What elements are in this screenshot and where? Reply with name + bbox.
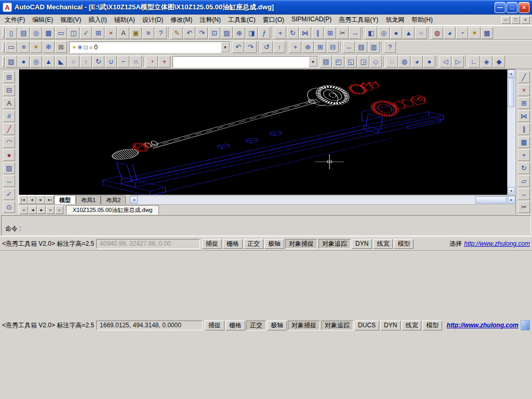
drawing-canvas[interactable] bbox=[19, 70, 507, 195]
tb3-ucs[interactable]: ∟ bbox=[468, 56, 480, 68]
layout-nav-button-next[interactable]: ► bbox=[36, 195, 45, 204]
layout-nav-button-last[interactable]: ►| bbox=[45, 195, 54, 204]
horizontal-scroll-thumb[interactable] bbox=[475, 196, 507, 204]
scroll-left-button[interactable]: ◄ bbox=[130, 196, 138, 204]
right-tb-rotate[interactable]: ↻ bbox=[518, 162, 530, 174]
layer-combo-dropdown-button[interactable]: ▼ bbox=[221, 42, 230, 52]
tb1-text[interactable]: A bbox=[117, 27, 129, 39]
tb3-revolve[interactable]: ↻ bbox=[92, 56, 104, 68]
status2-toggle-otrack[interactable]: 对象追踪 bbox=[321, 321, 353, 330]
tb2-layer-on[interactable]: ✶ bbox=[30, 41, 42, 53]
layout-nav-button-prev[interactable]: ◄ bbox=[28, 195, 36, 204]
tb2-clean-screen[interactable]: ▭ bbox=[5, 41, 17, 53]
left-tb-am-power-dimension[interactable]: ↔ bbox=[3, 175, 15, 187]
tb2-layer-freeze[interactable]: ✻ bbox=[43, 41, 55, 53]
tb1-trim[interactable]: ✂ bbox=[337, 27, 349, 39]
tb2-zoom-realtime[interactable]: ⊕ bbox=[302, 41, 314, 53]
tb3-pan-3d[interactable]: + bbox=[158, 56, 170, 68]
status-toggle-otrack[interactable]: 对象追踪 bbox=[318, 239, 351, 249]
tb1-sheet-set[interactable]: ⊞ bbox=[92, 27, 104, 39]
tb2-layer-lock[interactable]: ⊠ bbox=[55, 41, 67, 53]
left-tb-am-surface-symbol[interactable]: ✓ bbox=[3, 188, 15, 200]
tb3-front-view[interactable]: ◱ bbox=[345, 56, 357, 68]
status2-toggle-dyn[interactable]: DYN bbox=[380, 321, 401, 330]
status2-toggle-ortho[interactable]: 正交 bbox=[246, 321, 266, 330]
menu-design[interactable]: 设计(D) bbox=[139, 15, 167, 25]
right-tb-copy[interactable]: ⊞ bbox=[518, 97, 530, 109]
tb3-box[interactable]: ▧ bbox=[5, 56, 17, 68]
tb3-cylinder[interactable]: ◎ bbox=[30, 56, 42, 68]
tb1-mirror[interactable]: ⋈ bbox=[299, 27, 311, 39]
window-button-close[interactable]: × bbox=[518, 2, 529, 13]
left-tb-am-centerline[interactable]: ╱ bbox=[3, 123, 15, 135]
status2-toggle-lwt[interactable]: 线宽 bbox=[402, 321, 421, 330]
status-toggle-snap[interactable]: 捕捉 bbox=[202, 239, 222, 249]
tb1-redo[interactable]: ↷ bbox=[196, 27, 208, 39]
tb1-plot-preview[interactable]: ◫ bbox=[68, 27, 79, 39]
tb1-orbit-3d[interactable]: ◔ bbox=[456, 27, 468, 39]
doc-nav-button-last[interactable]: » bbox=[46, 206, 55, 214]
tb3-prev-view[interactable]: ◁ bbox=[440, 56, 451, 68]
status2-toggle-polar[interactable]: 极轴 bbox=[267, 321, 287, 330]
tb3-iso-view[interactable]: ◇ bbox=[370, 56, 382, 68]
menu-edit[interactable]: 编辑(E) bbox=[29, 15, 57, 25]
tb2-distance[interactable]: ↔ bbox=[343, 41, 355, 53]
right-tb-move[interactable]: + bbox=[518, 149, 530, 161]
layout-nav-button-first[interactable]: |◄ bbox=[19, 195, 28, 204]
right-tb-erase[interactable]: × bbox=[518, 84, 530, 96]
scroll-up-button[interactable]: ▲ bbox=[508, 70, 515, 77]
status2-toggle-osnap[interactable]: 对象捕捉 bbox=[288, 321, 320, 330]
command-line[interactable]: 命令 : bbox=[1, 215, 531, 236]
tb3-torus[interactable]: ○ bbox=[68, 56, 79, 68]
menu-yanxiu-toolbox[interactable]: 燕秀工具箱(Y) bbox=[335, 15, 382, 25]
status2-toggle-grid[interactable]: 栅格 bbox=[225, 321, 245, 330]
tb3-cone[interactable]: ▲ bbox=[43, 56, 55, 68]
doc-nav-button-close[interactable]: × bbox=[55, 206, 63, 214]
right-tb-offset[interactable]: ∥ bbox=[518, 123, 530, 135]
right-tb-stretch[interactable]: ↔ bbox=[518, 188, 530, 200]
tb2-pan[interactable]: + bbox=[289, 41, 301, 53]
left-tb-am-contour[interactable]: ◠ bbox=[3, 136, 15, 148]
status-toggle-model[interactable]: 模型 bbox=[394, 239, 414, 249]
menu-file[interactable]: 文件(F) bbox=[1, 15, 29, 25]
tb2-layer-properties[interactable]: ≡ bbox=[18, 41, 30, 53]
tb1-light[interactable]: ✶ bbox=[469, 27, 481, 39]
status-toggle-polar[interactable]: 极轴 bbox=[264, 239, 284, 249]
left-tb-am-bom-list[interactable]: ▤ bbox=[3, 214, 15, 215]
coordinates-display-2[interactable]: 1669.0125, 494.3148, 0.0000 bbox=[96, 321, 203, 330]
tb1-open[interactable]: ▤ bbox=[18, 27, 30, 39]
tb3-named-views[interactable]: ▤ bbox=[320, 56, 332, 68]
layout-tab-model[interactable]: 模型 bbox=[54, 195, 76, 204]
tb3-right-view[interactable]: ◲ bbox=[357, 56, 369, 68]
tb1-match-properties[interactable]: ✎ bbox=[171, 27, 183, 39]
tb2-make-current[interactable]: ↑ bbox=[273, 41, 285, 53]
tb2-undo[interactable]: ↶ bbox=[232, 41, 244, 53]
tb2-zoom-previous[interactable]: ⊟ bbox=[327, 41, 339, 53]
tb3-orbit-3d[interactable]: ◔ bbox=[146, 56, 158, 68]
tb2-redo[interactable]: ↷ bbox=[245, 41, 257, 53]
coordinates-display[interactable]: 40940.99, 32427.96, 0.00 bbox=[96, 239, 200, 249]
layout-tab-layout1[interactable]: 布局1 bbox=[76, 195, 101, 204]
left-tb-am-hatch[interactable]: ▨ bbox=[3, 162, 15, 174]
tb1-insert-block[interactable]: ⊡ bbox=[208, 27, 220, 39]
tb1-spell-check[interactable]: ✓ bbox=[80, 27, 92, 39]
child-window-button-child-close[interactable]: × bbox=[521, 16, 530, 24]
right-tb-extend[interactable]: ↦ bbox=[518, 214, 530, 215]
status-toggle-ortho[interactable]: 正交 bbox=[244, 239, 263, 249]
tb1-cylinder-3d[interactable]: ◎ bbox=[378, 27, 390, 39]
menu-assist[interactable]: 辅助(A) bbox=[111, 15, 139, 25]
tb3-hidden[interactable]: ◍ bbox=[398, 56, 410, 68]
horizontal-scrollbar[interactable]: ◄ ► bbox=[130, 195, 515, 204]
tb1-help[interactable]: ? bbox=[155, 27, 167, 39]
right-tb-scale[interactable]: ▱ bbox=[518, 175, 530, 187]
tb1-rotate[interactable]: ↻ bbox=[287, 27, 299, 39]
menu-window[interactable]: 窗口(O) bbox=[259, 15, 288, 25]
menu-help[interactable]: 帮助(H) bbox=[408, 15, 436, 25]
right-tb-line[interactable]: ╱ bbox=[518, 71, 530, 83]
tb3-ucs-face[interactable]: ◆ bbox=[493, 56, 505, 68]
menu-sipm-icad[interactable]: SIPM/ICAD(P) bbox=[288, 15, 335, 25]
tb3-wedge[interactable]: ◣ bbox=[55, 56, 67, 68]
zhulong-link-2[interactable]: http://www.zhulong.com bbox=[447, 322, 518, 329]
left-tb-am-circle[interactable]: ● bbox=[3, 149, 15, 161]
right-tb-mirror[interactable]: ⋈ bbox=[518, 110, 530, 122]
